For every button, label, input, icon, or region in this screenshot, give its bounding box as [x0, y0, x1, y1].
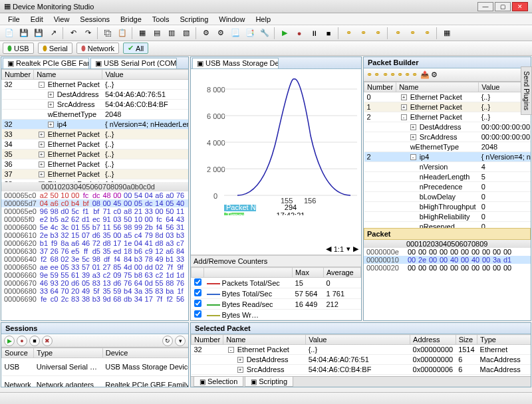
builder-hex[interactable]: 00010203040506070809 0000000e00000000000… — [364, 240, 531, 272]
builder-add-icon[interactable]: ⚭ — [366, 70, 372, 79]
tab-scripting[interactable]: ▣ Scripting — [245, 377, 293, 387]
session-restart-icon[interactable]: ↻ — [162, 336, 173, 346]
builder-settings-icon[interactable]: ⚙ — [431, 70, 438, 79]
struct2-icon[interactable]: ▤ — [150, 27, 164, 40]
table-row[interactable]: 34+Ethernet Packet{..}0x000000 — [2, 140, 189, 150]
counter-row[interactable]: Packets Total/Sec150 — [192, 278, 361, 288]
table-row[interactable]: +SrcAddress00:00:00:00:00:00 — [364, 132, 531, 142]
hex-row[interactable]: 00006690fec02c8338b39d68db34177ff256 — [1, 295, 188, 303]
menu-file[interactable]: File — [3, 15, 25, 24]
counter-row[interactable]: Bytes Total/Sec57 5641 761 — [192, 288, 361, 299]
table-row[interactable]: 37+Ethernet Packet{..}0x000000 — [2, 169, 189, 179]
table-row[interactable]: nPrecedence0 — [364, 182, 531, 192]
selected-packet-grid[interactable]: NumberNameValueAddressSizeTypePro… 32-Et… — [191, 334, 531, 376]
hex-row[interactable]: 000066102eb3321507d63500a5c4798d03b3 — [1, 231, 188, 239]
filter-all[interactable]: ✔All — [123, 43, 148, 54]
table-row[interactable]: 35+Ethernet Packet{..}0x000000 — [2, 150, 189, 159]
record-icon[interactable]: ● — [293, 27, 306, 40]
plugin3-icon[interactable]: ⚭ — [420, 27, 434, 40]
zoom-dropdown-icon[interactable]: ▾ — [346, 245, 350, 253]
save-all-icon[interactable]: 💾 — [32, 27, 45, 40]
session-delete-icon[interactable]: ✖ — [42, 336, 53, 346]
counter-checkbox[interactable] — [194, 310, 201, 318]
hex-row[interactable]: 00006650aeee0533570127854d00dd027f9f — [1, 263, 188, 271]
stop-icon[interactable]: ■ — [322, 27, 335, 40]
filter-serial[interactable]: ⬮Serial — [38, 43, 72, 54]
table-row[interactable]: nHeaderLength5 — [364, 172, 531, 182]
tab-com7[interactable]: ▣USB Serial Port (COM7) – P…✕ — [90, 58, 177, 68]
counter-checkbox[interactable] — [194, 278, 201, 286]
expand-icon[interactable]: + — [48, 92, 54, 98]
gear-icon[interactable]: ⚙ — [200, 27, 213, 40]
expand-icon[interactable]: + — [48, 102, 54, 108]
builder-t5-icon[interactable]: ⚭ — [412, 70, 418, 79]
side-tab-plugins[interactable]: Send Plugins — [521, 66, 532, 115]
table-row[interactable]: bHighReliability0 — [364, 212, 531, 222]
menu-help[interactable]: Help — [250, 15, 276, 24]
builder-t2-icon[interactable]: ⚭ — [390, 70, 396, 79]
table-row[interactable]: 0+Ethernet Packet{..} — [364, 92, 531, 102]
hex-row[interactable]: 00006670469320d6058313d676640d558876 — [1, 279, 188, 287]
struct3-icon[interactable]: ▥ — [165, 27, 178, 40]
session-row[interactable]: USBUniversal Serial …USB Mass Storage De… — [2, 358, 189, 376]
builder-t4-icon[interactable]: ⚭ — [404, 70, 410, 79]
expand-icon[interactable]: + — [39, 142, 45, 148]
table-row[interactable]: 2-Ethernet Packet{..} — [364, 112, 531, 122]
expand-icon[interactable]: + — [39, 171, 45, 177]
undo-icon[interactable]: ↶ — [66, 27, 80, 40]
filter-network[interactable]: ⬮Network — [76, 43, 119, 54]
builder-grid[interactable]: NumberNameValue 0+Ethernet Packet{..}1+E… — [364, 82, 531, 228]
link1-icon[interactable]: ⚭ — [342, 27, 355, 40]
builder-send-icon[interactable]: 📤 — [420, 70, 430, 79]
sessions-grid[interactable]: SourceTypeDeviceProcessingStart USBUnive… — [1, 348, 188, 387]
table-row[interactable]: 1+Ethernet Packet{..} — [364, 102, 531, 112]
counter-checkbox[interactable] — [194, 300, 201, 307]
table-row[interactable]: wEthernetType2048 — [364, 142, 531, 152]
expand-icon[interactable]: + — [410, 134, 416, 140]
tab-realtek[interactable]: ▣Realtek PCIe GBE Family Co…✕ — [3, 58, 89, 68]
menu-bridge[interactable]: Bridge — [115, 15, 147, 24]
hex-row[interactable]: 0000000e00000000000000000000 — [364, 248, 531, 256]
plugin1-icon[interactable]: ⚭ — [391, 27, 404, 40]
session-row[interactable]: NetworkNetwork adaptersRealtek PCIe GBE … — [2, 376, 189, 387]
link2-icon[interactable]: ⚭ — [356, 27, 370, 40]
counter-row[interactable]: Bytes Wr… — [192, 310, 361, 320]
hex-row[interactable]: 00000010002e0000400040003ad1 — [364, 256, 531, 264]
menu-window[interactable]: Window — [213, 15, 250, 24]
doc2-icon[interactable]: 📑 — [243, 27, 257, 40]
paste-icon[interactable]: 📋 — [116, 27, 129, 40]
expand-icon[interactable]: - — [410, 154, 416, 160]
table-row[interactable]: 32-Ethernet Packet{..}0x000000 — [2, 80, 189, 90]
table-row[interactable]: bHighThroughput0 — [364, 202, 531, 212]
hex-row[interactable]: 000066005e4c3c0155b7115698992bf45631 — [1, 223, 188, 231]
table-row[interactable]: 36+Ethernet Packet{..}0x000000 — [2, 159, 189, 169]
new-icon[interactable]: 📄 — [3, 27, 16, 40]
chart-area[interactable]: 02 0004 0006 0008 000 155156 Packet No:2… — [191, 69, 361, 254]
expand-icon[interactable]: + — [410, 124, 416, 130]
export-icon[interactable]: ↗ — [47, 27, 60, 40]
builder-clone-icon[interactable]: ⚭ — [374, 70, 380, 79]
struct1-icon[interactable]: ▦ — [136, 27, 149, 40]
pause-icon[interactable]: ⏸ — [307, 27, 321, 40]
builder-t1-icon[interactable]: ⚭ — [382, 70, 388, 79]
menu-view[interactable]: View — [49, 15, 75, 24]
plugin2-icon[interactable]: ⚭ — [406, 27, 419, 40]
expand-icon[interactable]: + — [39, 152, 45, 157]
packet-tree-grid[interactable]: Number Name Value Address 32-Ethernet Pa… — [1, 69, 188, 182]
expand-icon[interactable]: + — [237, 357, 243, 363]
table-row[interactable]: wEthernetType20480x000000 — [2, 110, 189, 120]
session-stop-icon[interactable]: ■ — [29, 336, 40, 346]
hex-row[interactable]: 00006630372676e5ffd535ed18b6c912a684 — [1, 247, 188, 255]
builder-t3-icon[interactable]: ⚭ — [397, 70, 403, 79]
hex-row[interactable]: 000065c0a2501000fcdc4800005404a6a076 — [1, 191, 188, 199]
close-button[interactable]: ✕ — [512, 2, 528, 11]
wrench-icon[interactable]: 🔧 — [258, 27, 271, 40]
table-row[interactable]: nReserved0 — [364, 222, 531, 229]
table-row[interactable]: +SrcAddress54:04:A6:C0:B4:BF0x000000 — [2, 100, 189, 110]
table-row[interactable]: 32-Ethernet Packet{..}0x000000001514Ethe… — [192, 345, 531, 355]
save-icon[interactable]: 💾 — [17, 27, 31, 40]
session-record-icon[interactable]: ● — [17, 336, 27, 346]
zoom-out-icon[interactable]: ◀ — [326, 245, 331, 253]
table-row[interactable]: 2-ip4{ nVersion=4; nHead… — [364, 152, 531, 162]
hex-viewer[interactable]: 000102030405060708090a0b0c0d 000065c0a25… — [1, 182, 188, 320]
